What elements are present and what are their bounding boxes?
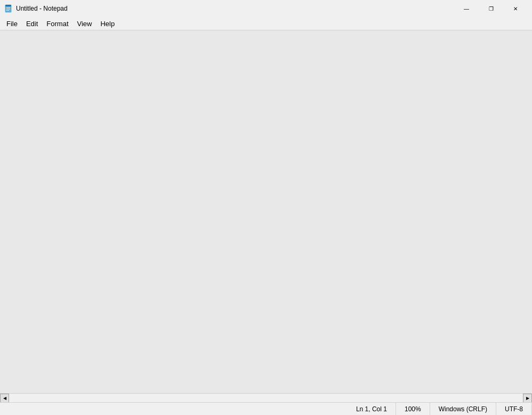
content-wrapper	[0, 30, 532, 393]
svg-rect-3	[6, 9, 10, 10]
scroll-track[interactable]	[9, 394, 523, 403]
menu-bar: File Edit Format View Help	[0, 17, 532, 30]
zoom-level: 100%	[396, 403, 430, 415]
svg-rect-4	[6, 10, 9, 11]
window-title: Untitled - Notepad	[16, 5, 68, 12]
minimize-button[interactable]: —	[454, 0, 479, 17]
close-button[interactable]: ✕	[503, 0, 528, 17]
status-bar: Ln 1, Col 1 100% Windows (CRLF) UTF-8	[0, 402, 532, 415]
text-editor[interactable]	[0, 30, 532, 393]
menu-help[interactable]: Help	[96, 19, 119, 29]
encoding: UTF-8	[496, 403, 532, 415]
horizontal-scrollbar: ◀ ▶	[0, 393, 532, 402]
menu-file[interactable]: File	[2, 19, 22, 29]
title-bar: Untitled - Notepad — ❐ ✕	[0, 0, 532, 17]
menu-edit[interactable]: Edit	[22, 19, 42, 29]
menu-format[interactable]: Format	[42, 19, 72, 29]
spacer	[0, 403, 348, 415]
svg-rect-1	[5, 5, 11, 6]
scroll-right-button[interactable]: ▶	[523, 394, 532, 403]
title-left: Untitled - Notepad	[4, 4, 68, 13]
maximize-button[interactable]: ❐	[479, 0, 503, 17]
menu-view[interactable]: View	[73, 19, 96, 29]
main-area: ◀ ▶	[0, 30, 532, 402]
line-ending: Windows (CRLF)	[430, 403, 496, 415]
scroll-left-button[interactable]: ◀	[0, 394, 9, 403]
cursor-position: Ln 1, Col 1	[348, 403, 396, 415]
svg-rect-2	[6, 7, 10, 8]
app-icon	[4, 4, 13, 13]
window-controls: — ❐ ✕	[454, 0, 528, 17]
